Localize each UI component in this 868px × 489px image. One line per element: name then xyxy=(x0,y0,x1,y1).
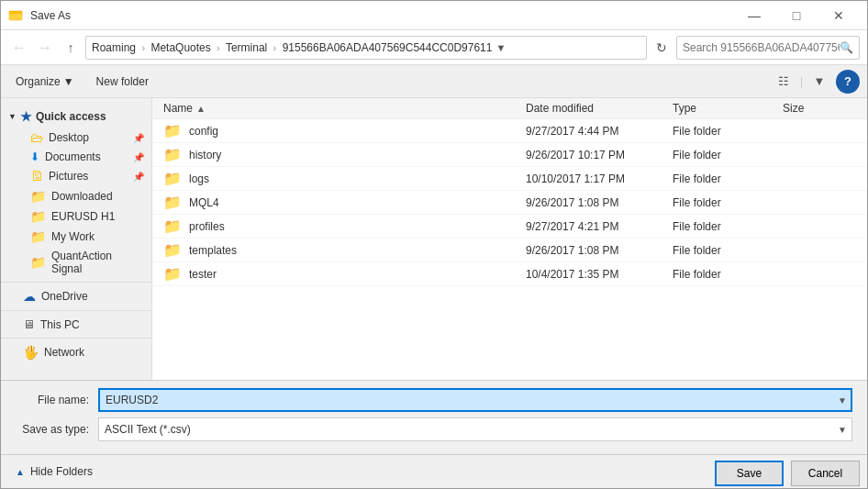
forward-button[interactable]: → xyxy=(34,37,56,59)
help-button[interactable]: ? xyxy=(836,70,860,94)
file-area: Name ▲ Date modified Type Size 📁 config … xyxy=(152,98,867,380)
table-row[interactable]: 📁 templates 9/26/2017 1:08 PM File folde… xyxy=(152,239,867,262)
quick-access-label: Quick access xyxy=(36,110,106,123)
table-row[interactable]: 📁 profiles 9/27/2017 4:21 PM File folder xyxy=(152,215,867,239)
folder-icon: 📁 xyxy=(163,241,182,259)
onedrive-icon: ☁ xyxy=(23,289,36,304)
sidebar-label-documents: Documents xyxy=(45,150,101,163)
pin-icon-documents: 📌 xyxy=(133,152,144,162)
organize-button[interactable]: Organize ▼ xyxy=(8,70,82,94)
documents-icon: ⬇ xyxy=(30,150,39,163)
title-bar: Save As ― □ ✕ xyxy=(1,1,867,30)
toolbar-right: ☷ | ▼ ? xyxy=(771,70,860,94)
bottom-panel: File name: ▼ Save as type: ASCII Text (*… xyxy=(1,380,867,454)
folder-icon: 📁 xyxy=(163,122,182,139)
sidebar-item-quantaction[interactable]: 📁 QuantAction Signal xyxy=(1,247,151,278)
column-type[interactable]: Type xyxy=(673,102,783,115)
sidebar-label-desktop: Desktop xyxy=(49,131,89,144)
sidebar-item-onedrive[interactable]: ☁ OneDrive xyxy=(1,286,151,306)
sidebar-divider-1 xyxy=(1,282,151,283)
pin-icon-desktop: 📌 xyxy=(133,133,144,143)
column-date[interactable]: Date modified xyxy=(526,102,673,115)
sidebar-divider-2 xyxy=(1,310,151,311)
button-row: Save Cancel xyxy=(100,461,860,486)
column-name[interactable]: Name ▲ xyxy=(163,102,526,115)
new-folder-button[interactable]: New folder xyxy=(89,70,156,94)
table-row[interactable]: 📁 tester 10/4/2017 1:35 PM File folder xyxy=(152,262,867,286)
sidebar-item-mywork[interactable]: 📁 My Work xyxy=(1,227,151,247)
hide-folders-label: Hide Folders xyxy=(30,465,93,478)
search-box[interactable]: 🔍 xyxy=(676,36,860,60)
breadcrumb-dropdown-icon[interactable]: ▼ xyxy=(495,42,506,53)
view-dropdown-button[interactable]: ▼ xyxy=(807,70,832,94)
organize-label: Organize xyxy=(16,75,61,88)
file-name-cell: 📁 config xyxy=(163,122,526,139)
sidebar-label-thispc: This PC xyxy=(40,318,80,331)
sidebar-label-onedrive: OneDrive xyxy=(41,290,88,303)
sidebar-label-network: Network xyxy=(44,346,84,359)
search-input[interactable] xyxy=(683,41,840,54)
filename-input[interactable] xyxy=(98,388,852,412)
savetype-row: Save as type: ASCII Text (*.csv) ▼ xyxy=(16,417,852,441)
column-size[interactable]: Size xyxy=(783,102,856,115)
title-bar-controls: ― □ ✕ xyxy=(733,1,860,30)
filename-dropdown-icon[interactable]: ▼ xyxy=(838,395,847,406)
sidebar-label-pictures: Pictures xyxy=(49,170,88,183)
close-button[interactable]: ✕ xyxy=(818,1,860,30)
cancel-button[interactable]: Cancel xyxy=(791,461,860,486)
organize-toolbar: Organize ▼ New folder ☷ | ▼ ? xyxy=(1,65,867,98)
file-name-cell: 📁 MQL4 xyxy=(163,194,526,211)
sidebar-item-network[interactable]: 🖐 Network xyxy=(1,342,151,362)
file-list-header: Name ▲ Date modified Type Size xyxy=(152,98,867,119)
sidebar-label-mywork: My Work xyxy=(51,230,95,243)
sidebar-item-downloaded[interactable]: 📁 Downloaded xyxy=(1,186,151,206)
sidebar-item-eurusd[interactable]: 📁 EURUSD H1 xyxy=(1,206,151,227)
pictures-icon: 🖻 xyxy=(30,169,43,183)
quantaction-icon: 📁 xyxy=(30,255,46,270)
network-icon: 🖐 xyxy=(23,345,39,360)
refresh-button[interactable]: ↻ xyxy=(651,37,673,59)
desktop-icon: 🗁 xyxy=(30,130,43,145)
folder-icon: 📁 xyxy=(163,265,182,283)
sidebar-divider-3 xyxy=(1,338,151,339)
folder-icon: 📁 xyxy=(163,194,182,211)
sidebar-item-pictures[interactable]: 🖻 Pictures 📌 xyxy=(1,166,151,186)
quick-access-icon: ★ xyxy=(20,109,32,124)
downloaded-icon: 📁 xyxy=(30,189,46,204)
savetype-label: Save as type: xyxy=(16,423,98,436)
view-options-button[interactable]: ☷ xyxy=(771,70,796,94)
sidebar-item-desktop[interactable]: 🗁 Desktop 📌 xyxy=(1,128,151,148)
savetype-select-wrapper: ASCII Text (*.csv) ▼ xyxy=(98,417,852,441)
filename-row: File name: ▼ xyxy=(16,388,852,412)
view-separator: | xyxy=(800,75,803,88)
main-content: ▼ ★ Quick access 🗁 Desktop 📌 ⬇ Documents… xyxy=(1,98,867,380)
eurusd-icon: 📁 xyxy=(30,209,46,224)
quick-access-header[interactable]: ▼ ★ Quick access xyxy=(1,106,151,128)
bottom-footer: ▲ Hide Folders Save Cancel xyxy=(1,454,867,488)
svg-rect-1 xyxy=(9,14,22,20)
folder-icon: 📁 xyxy=(163,217,182,235)
up-button[interactable]: ↑ xyxy=(60,37,82,59)
save-as-dialog: Save As ― □ ✕ ← → ↑ Roaming › MetaQuotes… xyxy=(0,0,868,489)
sort-arrow-icon: ▲ xyxy=(196,104,206,114)
sidebar-item-documents[interactable]: ⬇ Documents 📌 xyxy=(1,148,151,166)
filename-input-wrapper: ▼ xyxy=(98,388,852,412)
table-row[interactable]: 📁 logs 10/10/2017 1:17 PM File folder xyxy=(152,167,867,191)
dialog-icon xyxy=(8,8,23,23)
back-button[interactable]: ← xyxy=(8,37,30,59)
table-row[interactable]: 📁 config 9/27/2017 4:44 PM File folder xyxy=(152,119,867,143)
sidebar-label-eurusd: EURUSD H1 xyxy=(51,210,115,223)
file-name-cell: 📁 templates xyxy=(163,241,526,259)
hide-folders-button[interactable]: ▲ Hide Folders xyxy=(8,461,100,482)
chevron-down-icon: ▼ xyxy=(8,112,17,121)
table-row[interactable]: 📁 MQL4 9/26/2017 1:08 PM File folder xyxy=(152,191,867,215)
savetype-select[interactable]: ASCII Text (*.csv) xyxy=(98,417,852,441)
sidebar-item-thispc[interactable]: 🖥 This PC xyxy=(1,315,151,334)
table-row[interactable]: 📁 history 9/26/2017 10:17 PM File folder xyxy=(152,143,867,167)
thispc-icon: 🖥 xyxy=(23,317,35,331)
save-button[interactable]: Save xyxy=(715,461,784,486)
sidebar-label-quantaction: QuantAction Signal xyxy=(51,250,144,275)
breadcrumb-bar[interactable]: Roaming › MetaQuotes › Terminal › 915566… xyxy=(85,36,647,60)
minimize-button[interactable]: ― xyxy=(733,1,775,30)
maximize-button[interactable]: □ xyxy=(775,1,818,30)
